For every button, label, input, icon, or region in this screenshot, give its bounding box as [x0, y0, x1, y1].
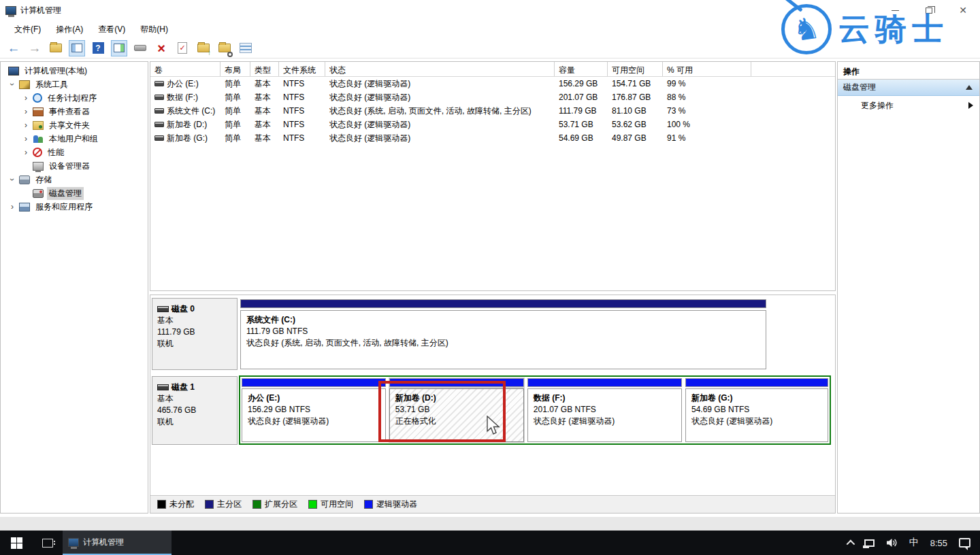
- folder-search-icon[interactable]: [216, 40, 233, 56]
- volume-icon: [154, 122, 164, 127]
- chevron-expanded-icon[interactable]: ›: [7, 176, 17, 183]
- logical-drive-stripe: [685, 378, 828, 387]
- volume-icon: [154, 95, 164, 100]
- network-icon[interactable]: [864, 539, 875, 547]
- legend-free-space: 可用空间: [308, 499, 353, 510]
- legend-bar: 未分配 主分区 扩展分区 可用空间 逻辑驱动器: [150, 495, 835, 513]
- primary-partition-swatch: [205, 500, 214, 509]
- legend-primary-partition: 主分区: [205, 499, 242, 510]
- logical-drive-stripe: [527, 378, 682, 387]
- chevron-collapsed-icon[interactable]: ›: [22, 134, 29, 144]
- column-type[interactable]: 类型: [250, 62, 279, 76]
- forward-icon[interactable]: →: [27, 40, 43, 56]
- help-icon[interactable]: ?: [90, 40, 106, 56]
- legend-logical-drive: 逻辑驱动器: [364, 499, 417, 510]
- column-capacity[interactable]: 容量: [555, 62, 608, 76]
- legend-extended-partition: 扩展分区: [252, 499, 297, 510]
- menu-file[interactable]: 文件(F): [7, 21, 48, 38]
- tree-item-services-applications[interactable]: › 服务和应用程序: [1, 200, 148, 214]
- submenu-arrow-icon: [968, 102, 973, 109]
- checklist-icon[interactable]: [238, 40, 254, 56]
- volume-icon: [154, 108, 164, 114]
- menu-view[interactable]: 查看(V): [91, 21, 133, 38]
- collapse-arrow-icon[interactable]: [966, 85, 973, 90]
- menu-action[interactable]: 操作(A): [48, 21, 91, 38]
- actions-pane: 操作 磁盘管理 更多操作: [837, 61, 980, 514]
- extended-partition-swatch: [252, 500, 261, 509]
- taskbar-app-computer-management[interactable]: 计算机管理: [63, 531, 172, 555]
- partition-e[interactable]: 办公 (E:) 156.29 GB NTFS 状态良好 (逻辑驱动器): [241, 377, 387, 443]
- chevron-collapsed-icon[interactable]: ›: [22, 120, 29, 130]
- disk1-label[interactable]: 磁盘 1 基本 465.76 GB 联机: [152, 376, 238, 445]
- delete-icon[interactable]: ×: [153, 40, 169, 56]
- table-row[interactable]: 办公 (E:) 简单 基本 NTFS 状态良好 (逻辑驱动器) 156.29 G…: [150, 77, 835, 90]
- table-row[interactable]: 新加卷 (G:) 简单 基本 NTFS 状态良好 (逻辑驱动器) 54.69 G…: [150, 131, 835, 145]
- legend-unallocated: 未分配: [157, 499, 194, 510]
- tree-item-system-tools[interactable]: › 系统工具: [1, 78, 148, 91]
- chevron-collapsed-icon[interactable]: ›: [22, 93, 29, 103]
- system-tray: 中 8:55: [847, 531, 980, 555]
- services-icon: [19, 203, 30, 212]
- tree-item-task-scheduler[interactable]: › 任务计划程序: [1, 91, 148, 105]
- more-actions-item[interactable]: 更多操作: [838, 96, 979, 115]
- disk0-label[interactable]: 磁盘 0 基本 111.79 GB 联机: [152, 298, 238, 370]
- column-free-space[interactable]: 可用空间: [608, 62, 663, 76]
- show-action-pane-icon[interactable]: [111, 40, 127, 56]
- chevron-collapsed-icon[interactable]: ›: [22, 148, 29, 157]
- column-pct-free[interactable]: % 可用: [663, 62, 751, 76]
- partition-f[interactable]: 数据 (F:) 201.07 GB NTFS 状态良好 (逻辑驱动器): [527, 377, 683, 443]
- notification-center-icon[interactable]: [959, 538, 970, 548]
- partition-c[interactable]: 系统文件 (C:) 111.79 GB NTFS 状态良好 (系统, 启动, 页…: [240, 299, 766, 369]
- knight-logo-icon: ♞: [781, 4, 832, 54]
- close-button[interactable]: ✕: [946, 0, 980, 20]
- actions-group-disk-management[interactable]: 磁盘管理: [838, 80, 979, 96]
- menu-help[interactable]: 帮助(H): [133, 21, 176, 38]
- window-title: 计算机管理: [20, 5, 61, 16]
- task-scheduler-icon: [33, 93, 42, 103]
- task-view-button[interactable]: [33, 531, 63, 555]
- tree-item-performance[interactable]: › 性能: [1, 146, 148, 159]
- properties-check-icon[interactable]: ✓: [174, 40, 191, 56]
- windows-logo-icon: [11, 537, 22, 549]
- task-view-icon: [42, 539, 53, 548]
- tree-item-storage[interactable]: › 存储: [1, 173, 148, 186]
- tree-item-device-manager[interactable]: 设备管理器: [1, 159, 148, 173]
- system-tools-icon: [19, 80, 30, 89]
- partition-g[interactable]: 新加卷 (G:) 54.69 GB NTFS 状态良好 (逻辑驱动器): [685, 377, 829, 443]
- table-row[interactable]: 新加卷 (D:) 简单 基本 NTFS 状态良好 (逻辑驱动器) 53.71 G…: [150, 118, 835, 131]
- clock[interactable]: 8:55: [930, 538, 947, 548]
- export-list-icon[interactable]: [48, 40, 64, 56]
- volume-list-header: 卷 布局 类型 文件系统 状态 容量 可用空间 % 可用: [150, 62, 835, 77]
- primary-partition-stripe: [240, 299, 766, 308]
- performance-icon: [33, 148, 42, 157]
- event-viewer-icon: [33, 107, 44, 116]
- table-row[interactable]: 系统文件 (C:) 简单 基本 NTFS 状态良好 (系统, 启动, 页面文件,…: [150, 104, 835, 118]
- tree-item-disk-management[interactable]: 磁盘管理: [1, 186, 148, 200]
- start-button[interactable]: [0, 531, 33, 555]
- folder-up-icon[interactable]: ↑: [195, 40, 212, 56]
- yunqishi-watermark: ♞ 云骑士: [781, 4, 949, 54]
- show-console-tree-icon[interactable]: [69, 40, 85, 56]
- volume-speaker-icon[interactable]: [886, 538, 898, 548]
- actions-title: 操作: [838, 62, 979, 80]
- shared-folders-icon: [33, 121, 44, 130]
- column-layout[interactable]: 布局: [220, 62, 250, 76]
- chevron-collapsed-icon[interactable]: ›: [22, 107, 29, 116]
- table-row[interactable]: 数据 (F:) 简单 基本 NTFS 状态良好 (逻辑驱动器) 201.07 G…: [150, 90, 835, 104]
- column-status[interactable]: 状态: [325, 62, 555, 76]
- tree-item-event-viewer[interactable]: › 事件查看器: [1, 105, 148, 118]
- tray-overflow-icon[interactable]: [846, 539, 855, 548]
- tree-item-shared-folders[interactable]: › 共享文件夹: [1, 118, 148, 132]
- chevron-expanded-icon[interactable]: ›: [7, 81, 17, 88]
- tree-item-local-users-groups[interactable]: › 本地用户和组: [1, 132, 148, 146]
- chevron-collapsed-icon[interactable]: ›: [9, 202, 16, 212]
- logical-drive-stripe: [242, 378, 386, 387]
- back-icon[interactable]: ←: [5, 40, 22, 56]
- console-tool-icon[interactable]: [132, 40, 148, 56]
- column-volume[interactable]: 卷: [150, 62, 220, 76]
- ime-indicator[interactable]: 中: [909, 537, 919, 549]
- watermark-text: 云骑士: [838, 8, 949, 50]
- users-icon: [33, 135, 44, 144]
- column-filesystem[interactable]: 文件系统: [279, 62, 325, 76]
- tree-item-computer-management[interactable]: 计算机管理(本地): [1, 64, 148, 78]
